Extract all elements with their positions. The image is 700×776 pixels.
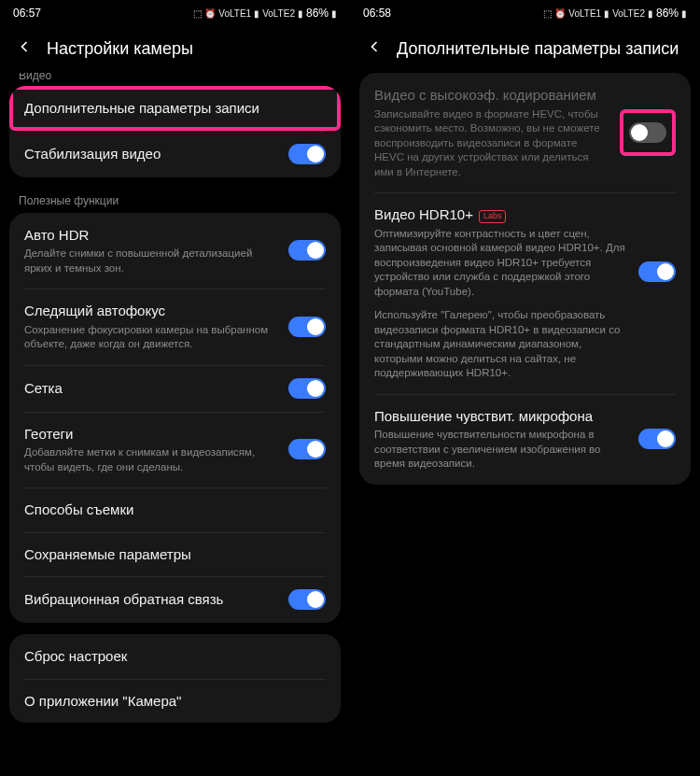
page-title: Дополнительные параметры записи <box>397 39 679 59</box>
row-about[interactable]: О приложении "Камера" <box>9 679 341 724</box>
row-title: Способы съемки <box>24 501 326 519</box>
card-advanced: Видео с высокоэф. кодированием Записывай… <box>359 73 691 485</box>
row-title: Сохраняемые параметры <box>24 545 326 564</box>
row-hevc[interactable]: Видео с высокоэф. кодированием Записывай… <box>359 73 691 192</box>
page-title: Настройки камеры <box>47 39 193 59</box>
row-title: Вибрационная обратная связь <box>24 590 277 609</box>
toggle-auto-hdr[interactable] <box>288 240 326 261</box>
volte1-icon: VoLTE1 <box>218 8 251 19</box>
nfc-icon: ⬚ <box>193 8 202 19</box>
row-title: Дополнительные параметры записи <box>24 99 326 118</box>
row-subtitle: Повышение чувствительности микрофона в с… <box>374 428 627 472</box>
row-stabilization[interactable]: Стабилизация видео <box>9 131 341 177</box>
row-title: Геотеги <box>24 425 277 444</box>
toggle-geotags[interactable] <box>288 439 326 459</box>
toggle-stabilization[interactable] <box>288 144 326 164</box>
status-bar: 06:58 ⬚ ⏰ VoLTE1 ▮ VoLTE2 ▮ 86% ▮ <box>350 0 700 26</box>
status-time: 06:57 <box>13 7 41 20</box>
row-title: Повышение чувствит. микрофона <box>374 407 627 426</box>
screenshot-right: 06:58 ⬚ ⏰ VoLTE1 ▮ VoLTE2 ▮ 86% ▮ Дополн… <box>350 0 700 776</box>
back-icon[interactable] <box>15 37 34 60</box>
back-icon[interactable] <box>365 37 384 60</box>
row-mic-sensitivity[interactable]: Повышение чувствит. микрофона Повышение … <box>359 394 691 485</box>
alarm-icon: ⏰ <box>204 8 216 19</box>
row-advanced-recording[interactable]: Дополнительные параметры записи <box>9 86 341 131</box>
nfc-icon: ⬚ <box>543 8 552 19</box>
card-video: Дополнительные параметры записи Стабилиз… <box>9 86 341 177</box>
settings-list: Видео с высокоэф. кодированием Записывай… <box>350 73 700 776</box>
header: Дополнительные параметры записи <box>350 26 700 73</box>
toggle-vibration[interactable] <box>288 589 326 610</box>
signal2-icon: ▮ <box>298 8 303 19</box>
row-geotags[interactable]: Геотеги Добавляйте метки к снимкам и вид… <box>9 412 341 488</box>
row-vibration-feedback[interactable]: Вибрационная обратная связь <box>9 576 341 623</box>
battery-icon: ▮ <box>681 8 687 19</box>
battery-pct: 86% <box>656 7 679 20</box>
status-right: ⬚ ⏰ VoLTE1 ▮ VoLTE2 ▮ 86% ▮ <box>193 7 337 20</box>
row-title: Авто HDR <box>24 226 277 245</box>
highlight-hevc-toggle <box>620 109 676 156</box>
row-subtitle: Сохранение фокусировки камеры на выбранн… <box>24 323 277 352</box>
row-subtitle: Добавляйте метки к снимкам и видеозапися… <box>24 445 277 474</box>
labs-badge: Labs <box>479 210 507 223</box>
settings-list: Видео Дополнительные параметры записи Ст… <box>0 73 350 776</box>
signal1-icon: ▮ <box>604 8 609 19</box>
row-grid[interactable]: Сетка <box>9 365 341 412</box>
header: Настройки камеры <box>0 26 350 73</box>
row-subtitle: Записывайте видео в формате HEVC, чтобы … <box>374 107 609 180</box>
screenshot-left: 06:57 ⬚ ⏰ VoLTE1 ▮ VoLTE2 ▮ 86% ▮ Настро… <box>0 0 350 776</box>
row-title: О приложении "Камера" <box>24 692 326 711</box>
signal2-icon: ▮ <box>648 8 653 19</box>
section-label-video: Видео <box>9 73 341 86</box>
row-title: Следящий автофокус <box>24 302 277 320</box>
battery-pct: 86% <box>306 7 329 20</box>
row-subtitle-2: Используйте "Галерею", чтобы преобразова… <box>374 308 627 381</box>
toggle-grid[interactable] <box>288 378 326 399</box>
section-label-useful: Полезные функции <box>9 189 341 213</box>
hdr10-title-text: Видео HDR10+ <box>374 206 473 222</box>
toggle-hevc[interactable] <box>629 122 666 143</box>
row-shooting-methods[interactable]: Способы съемки <box>9 487 341 532</box>
card-misc: Сброс настроек О приложении "Камера" <box>9 634 341 723</box>
battery-icon: ▮ <box>331 8 337 19</box>
status-bar: 06:57 ⬚ ⏰ VoLTE1 ▮ VoLTE2 ▮ 86% ▮ <box>0 0 350 26</box>
row-subtitle: Делайте снимки с повышенной детализацией… <box>24 247 277 275</box>
toggle-mic[interactable] <box>638 429 676 449</box>
volte2-icon: VoLTE2 <box>262 8 295 19</box>
row-subtitle-1: Оптимизируйте контрастность и цвет сцен,… <box>374 227 627 300</box>
row-saved-params[interactable]: Сохраняемые параметры <box>9 532 341 577</box>
volte2-icon: VoLTE2 <box>612 8 645 19</box>
signal1-icon: ▮ <box>254 8 259 19</box>
row-title: Стабилизация видео <box>24 145 277 163</box>
card-useful: Авто HDR Делайте снимки с повышенной дет… <box>9 213 341 624</box>
row-tracking-af[interactable]: Следящий автофокус Сохранение фокусировк… <box>9 289 341 365</box>
row-auto-hdr[interactable]: Авто HDR Делайте снимки с повышенной дет… <box>9 213 341 289</box>
row-title: Сброс настроек <box>24 647 326 666</box>
alarm-icon: ⏰ <box>554 8 566 19</box>
row-title: Сетка <box>24 379 277 398</box>
toggle-tracking-af[interactable] <box>288 317 326 337</box>
row-title: Видео HDR10+Labs <box>374 205 627 224</box>
status-time: 06:58 <box>363 7 391 20</box>
row-title: Видео с высокоэф. кодированием <box>374 86 609 105</box>
volte1-icon: VoLTE1 <box>568 8 601 19</box>
toggle-hdr10[interactable] <box>638 261 676 282</box>
row-hdr10[interactable]: Видео HDR10+Labs Оптимизируйте контрастн… <box>359 192 691 394</box>
status-right: ⬚ ⏰ VoLTE1 ▮ VoLTE2 ▮ 86% ▮ <box>543 7 687 20</box>
row-reset[interactable]: Сброс настроек <box>9 634 341 679</box>
